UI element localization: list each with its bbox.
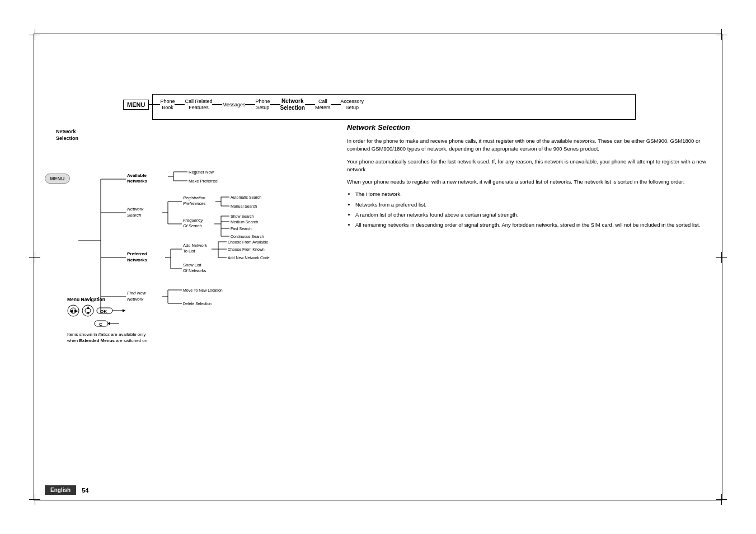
footer-language: English <box>45 485 76 495</box>
crosshair-bottom-right <box>716 494 727 505</box>
svg-text:◀: ◀ <box>69 308 73 313</box>
content-para-1: In order for the phone to make and recei… <box>347 137 711 153</box>
footer: English 54 <box>45 485 711 495</box>
content-para-2: Your phone automatically searches for th… <box>347 158 711 174</box>
content-para-3: When your phone needs to register with a… <box>347 178 711 186</box>
svg-text:▼: ▼ <box>86 311 91 316</box>
svg-text:Show Search: Show Search <box>231 214 254 218</box>
nav-legend-title: Menu Navigation <box>67 297 148 302</box>
crosshair-bottom-left <box>29 494 40 505</box>
nav-item-accessory-setup: Accessory Setup <box>341 99 364 111</box>
svg-text:Of Search: Of Search <box>183 223 202 228</box>
svg-text:To List: To List <box>183 249 196 254</box>
menu-nav-bar: MENU Phone Book Call Related Features Me… <box>123 98 633 111</box>
svg-text:Networks: Networks <box>127 257 148 263</box>
bullet-item: Networks from a preferred list. <box>355 201 711 209</box>
nav-item-call-meters: Call Meters <box>315 99 331 111</box>
svg-text:Medium Search: Medium Search <box>231 220 258 224</box>
nav-line <box>270 104 280 105</box>
crosshair-mid-left <box>29 252 40 263</box>
crosshair-top-left <box>29 29 40 40</box>
svg-text:Preferences: Preferences <box>183 201 206 206</box>
nav-item-call-related: Call Related Features <box>185 99 212 111</box>
nav-line <box>245 104 255 105</box>
svg-text:Add New Network Code: Add New Network Code <box>228 256 270 260</box>
content-title: Network Selection <box>347 123 711 132</box>
nav-line <box>212 104 222 105</box>
svg-text:Make Preferred: Make Preferred <box>189 179 218 184</box>
bullet-item: The Home network. <box>355 190 711 198</box>
nav-line <box>305 104 315 105</box>
svg-text:Manual Search: Manual Search <box>231 204 257 208</box>
border-left <box>34 34 34 500</box>
nav-item-network-selection: Network Selection <box>280 98 305 111</box>
svg-text:C: C <box>99 322 102 327</box>
svg-text:Available: Available <box>127 173 147 178</box>
nav-lr-button-icon: ◀ ▶ <box>67 305 79 317</box>
svg-text:Fast Search: Fast Search <box>231 227 252 231</box>
italic-note: Items shown in Italics are available onl… <box>67 331 148 344</box>
nav-item-phone-setup: Phone Setup <box>255 99 270 111</box>
svg-text:Add Network: Add Network <box>183 243 207 248</box>
svg-text:Registration: Registration <box>183 195 205 200</box>
svg-text:Show List: Show List <box>183 263 201 268</box>
nav-item-messages: Messages <box>222 102 245 108</box>
border-right <box>722 34 722 500</box>
svg-text:▲: ▲ <box>86 305 91 310</box>
svg-text:Choose From Available: Choose From Available <box>228 240 268 244</box>
crosshair-top-right <box>716 29 727 40</box>
page-border-bottom <box>34 500 722 500</box>
svg-text:Network: Network <box>127 207 144 212</box>
svg-text:Continuous Search: Continuous Search <box>231 235 264 238</box>
svg-text:Search: Search <box>127 213 142 218</box>
diagram-area: Network Selection MENU Available Network… <box>45 129 313 146</box>
menu-button-diagram: MENU <box>45 174 70 184</box>
nav-line <box>175 104 185 105</box>
nav-line <box>149 104 160 105</box>
bullet-item: All remaining networks in descending ord… <box>355 221 711 229</box>
crosshair-mid-right <box>716 252 727 263</box>
nav-item-phone-book: Phone Book <box>160 99 175 111</box>
svg-text:Preferred: Preferred <box>127 251 147 256</box>
svg-text:Automatic Search: Automatic Search <box>231 195 261 199</box>
svg-marker-78 <box>123 309 125 312</box>
svg-text:▶: ▶ <box>74 308 78 313</box>
diagram-title: Network Selection <box>56 129 313 142</box>
menu-nav-legend: Menu Navigation ◀ ▶ ▲ ▼ OK C <box>67 297 148 344</box>
menu-label: MENU <box>123 100 149 110</box>
c-arrow-icon: C <box>94 319 122 328</box>
svg-text:Networks: Networks <box>127 179 148 184</box>
svg-text:Delete Selection: Delete Selection <box>183 302 212 306</box>
svg-text:Register Now: Register Now <box>189 170 214 175</box>
c-button-row: C <box>67 319 148 328</box>
content-area: Network Selection In order for the phone… <box>347 123 711 233</box>
nav-line <box>331 104 341 105</box>
bullet-item: A random list of other networks found ab… <box>355 211 711 219</box>
svg-text:Choose From Known: Choose From Known <box>228 247 265 251</box>
nav-ud-button-icon: ▲ ▼ <box>82 305 94 317</box>
svg-text:Find New: Find New <box>127 291 147 296</box>
svg-text:Frequency: Frequency <box>183 218 204 223</box>
bullet-list: The Home network. Networks from a prefer… <box>355 190 711 229</box>
svg-text:Of Networks: Of Networks <box>183 268 206 273</box>
footer-page-number: 54 <box>82 487 88 494</box>
svg-text:OK: OK <box>100 309 107 314</box>
nav-buttons-row: ◀ ▶ ▲ ▼ OK <box>67 305 148 317</box>
svg-text:Move To New Location: Move To New Location <box>183 288 223 292</box>
ok-arrow-icon: OK <box>96 306 127 316</box>
page-border-top <box>34 34 722 34</box>
